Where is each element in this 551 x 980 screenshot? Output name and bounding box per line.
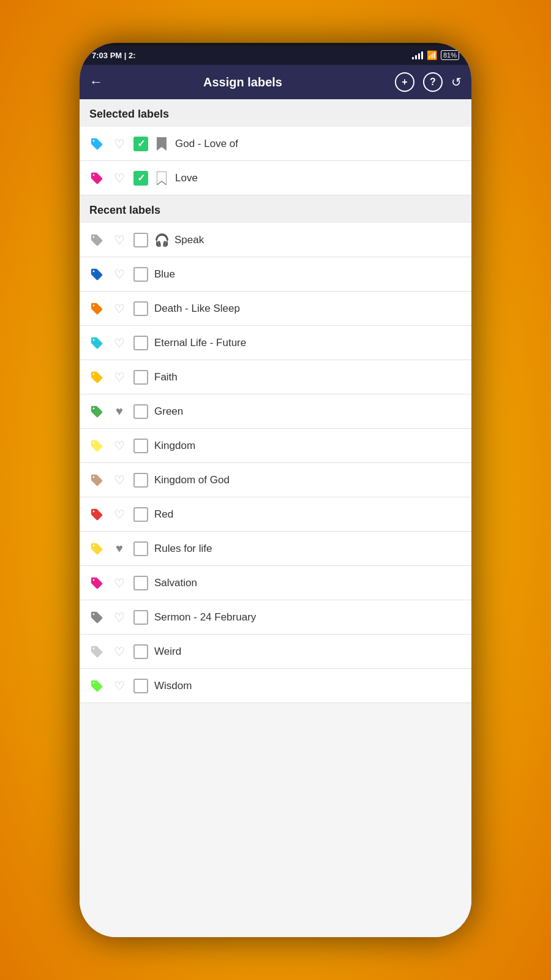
recent-item-sermon[interactable]: ♡ Sermon - 24 February [80, 600, 471, 635]
heart-icon-blue[interactable]: ♡ [111, 266, 127, 282]
tag-icon-1 [88, 135, 105, 153]
status-time: 7:03 PM | 2: [92, 51, 136, 60]
label-text-2: Love [175, 172, 463, 184]
help-button[interactable]: ? [423, 72, 443, 92]
bookmark-icon-2[interactable] [154, 171, 169, 186]
app-bar: ← Assign labels + ? ↺ [80, 65, 471, 99]
heart-icon-speak[interactable]: ♡ [111, 232, 127, 248]
tag-icon-sermon [88, 609, 105, 626]
label-text-salvation: Salvation [154, 577, 463, 589]
recent-item-weird[interactable]: ♡ Weird [80, 635, 471, 669]
checkbox-wisdom[interactable] [133, 679, 148, 693]
heart-icon-red[interactable]: ♡ [111, 507, 127, 522]
tag-icon-faith [88, 369, 105, 386]
tag-icon-rules [88, 540, 105, 557]
heart-icon-1[interactable]: ♡ [111, 136, 127, 152]
checkbox-green[interactable] [133, 404, 148, 419]
checkbox-2[interactable]: ✓ [133, 171, 148, 186]
recent-item-kingdom-of-god[interactable]: ♡ Kingdom of God [80, 463, 471, 497]
bookmark-icon-1[interactable] [154, 137, 169, 151]
label-text-sermon: Sermon - 24 February [154, 611, 463, 624]
selected-section-header: Selected labels [80, 99, 471, 127]
recent-item-wisdom[interactable]: ♡ Wisdom [80, 669, 471, 703]
checkbox-speak[interactable] [133, 233, 148, 247]
checkbox-weird[interactable] [133, 644, 148, 659]
recent-item-blue[interactable]: ♡ Blue [80, 257, 471, 292]
checkbox-faith[interactable] [133, 370, 148, 385]
heart-icon-eternal[interactable]: ♡ [111, 335, 127, 351]
recent-item-green[interactable]: ♥ Green [80, 394, 471, 429]
heart-icon-faith[interactable]: ♡ [111, 369, 127, 385]
selected-item-2[interactable]: ♡ ✓ Love [80, 161, 471, 195]
recent-item-eternal[interactable]: ♡ Eternal Life - Future [80, 326, 471, 360]
recent-item-faith[interactable]: ♡ Faith [80, 360, 471, 394]
checkbox-1[interactable]: ✓ [133, 137, 148, 151]
tag-icon-death [88, 300, 105, 317]
signal-icon [412, 51, 423, 59]
status-bar: 7:03 PM | 2: 📶 81% [80, 45, 471, 65]
checkbox-red[interactable] [133, 507, 148, 522]
tag-icon-kingdom-of-god [88, 472, 105, 489]
tag-icon-eternal [88, 334, 105, 352]
heart-icon-green[interactable]: ♥ [111, 404, 127, 420]
heart-icon-salvation[interactable]: ♡ [111, 575, 127, 591]
recent-item-red[interactable]: ♡ Red [80, 497, 471, 532]
checkbox-rules[interactable] [133, 541, 148, 556]
recent-item-rules[interactable]: ♥ Rules for life [80, 532, 471, 566]
label-text-green: Green [154, 405, 463, 418]
recent-item-death[interactable]: ♡ Death - Like Sleep [80, 292, 471, 326]
heart-icon-sermon[interactable]: ♡ [111, 609, 127, 625]
battery-icon: 81% [441, 50, 459, 60]
checkbox-sermon[interactable] [133, 610, 148, 625]
heart-icon-wisdom[interactable]: ♡ [111, 678, 127, 694]
screen: 7:03 PM | 2: 📶 81% ← Assign labels [80, 45, 471, 937]
tag-icon-blue [88, 266, 105, 283]
recent-item-speak[interactable]: ♡ 🎧 Speak [80, 223, 471, 257]
label-text-wisdom: Wisdom [154, 680, 463, 692]
label-text-kingdom: Kingdom [154, 440, 463, 452]
heart-icon-weird[interactable]: ♡ [111, 644, 127, 660]
recent-item-kingdom[interactable]: ♡ Kingdom [80, 429, 471, 463]
refresh-button[interactable]: ↺ [451, 75, 462, 89]
tag-icon-green [88, 403, 105, 420]
app-title: Assign labels [110, 75, 375, 89]
label-text-speak: 🎧 Speak [154, 233, 463, 247]
label-text-red: Red [154, 508, 463, 521]
recent-section-header: Recent labels [80, 195, 471, 223]
content-area: Selected labels ♡ ✓ God - Love of [80, 99, 471, 937]
wifi-icon: 📶 [427, 50, 437, 60]
phone-shell: 7:03 PM | 2: 📶 81% ← Assign labels [80, 43, 471, 937]
back-button[interactable]: ← [89, 74, 103, 90]
tag-icon-speak [88, 232, 105, 249]
checkbox-kingdom-of-god[interactable] [133, 473, 148, 488]
app-bar-icons: + ? ↺ [395, 72, 462, 92]
tag-icon-red [88, 506, 105, 523]
tag-icon-weird [88, 643, 105, 660]
label-text-blue: Blue [154, 268, 463, 281]
heart-icon-kingdom[interactable]: ♡ [111, 438, 127, 454]
status-icons: 📶 81% [412, 50, 459, 60]
checkbox-kingdom[interactable] [133, 439, 148, 453]
heart-icon-2[interactable]: ♡ [111, 170, 127, 186]
recent-item-salvation[interactable]: ♡ Salvation [80, 566, 471, 600]
label-text-rules: Rules for life [154, 543, 463, 555]
tag-icon-salvation [88, 575, 105, 592]
tag-icon-kingdom [88, 437, 105, 454]
label-text-kingdom-of-god: Kingdom of God [154, 474, 463, 486]
tag-icon-2 [88, 170, 105, 187]
headphone-icon-speak: 🎧 [154, 233, 170, 247]
tag-icon-wisdom [88, 677, 105, 695]
label-text-death: Death - Like Sleep [154, 303, 463, 315]
heart-icon-rules[interactable]: ♥ [111, 541, 127, 557]
checkbox-salvation[interactable] [133, 576, 148, 590]
checkbox-death[interactable] [133, 301, 148, 316]
checkbox-blue[interactable] [133, 267, 148, 282]
label-text-weird: Weird [154, 646, 463, 658]
heart-icon-death[interactable]: ♡ [111, 301, 127, 317]
heart-icon-kingdom-of-god[interactable]: ♡ [111, 472, 127, 488]
label-text-faith: Faith [154, 371, 463, 383]
label-text-eternal: Eternal Life - Future [154, 337, 463, 349]
add-button[interactable]: + [395, 72, 414, 92]
selected-item-1[interactable]: ♡ ✓ God - Love of [80, 127, 471, 161]
checkbox-eternal[interactable] [133, 336, 148, 350]
